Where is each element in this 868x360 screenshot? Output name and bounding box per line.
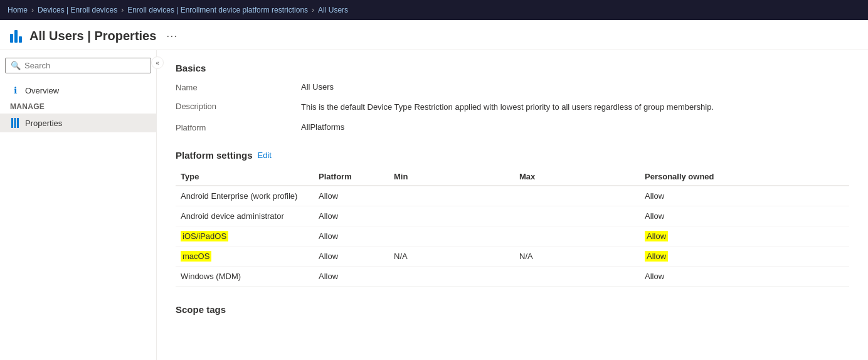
main-content: Basics Name All Users Description This i…: [157, 50, 868, 360]
cell-type: Windows (MDM): [176, 266, 314, 286]
basics-properties-grid: Name All Users Description This is the d…: [176, 82, 849, 132]
cell-platform: Allow: [314, 226, 389, 246]
logo-bar-2: [14, 30, 18, 43]
col-header-platform: Platform: [314, 168, 389, 186]
search-icon: 🔍: [11, 61, 21, 70]
info-icon: ℹ: [10, 85, 20, 95]
collapse-sidebar-button[interactable]: «: [151, 56, 164, 69]
platform-value: AllPlatforms: [301, 122, 849, 132]
search-input[interactable]: [24, 61, 146, 70]
cell-platform: Allow: [314, 186, 389, 206]
cell-platform: Allow: [314, 266, 389, 286]
cell-type: Android Enterprise (work profile): [176, 186, 314, 206]
description-value: This is the default Device Type Restrict…: [301, 101, 849, 114]
sidebar-item-overview[interactable]: ℹ Overview: [0, 81, 156, 100]
table-header-row: Type Platform Min Max Personally owned: [176, 168, 849, 186]
table-row: Android Enterprise (work profile) Allow …: [176, 186, 849, 206]
search-box[interactable]: 🔍: [5, 58, 151, 73]
breadcrumb-current: All Users: [318, 6, 348, 14]
cell-owned: Allow: [640, 186, 849, 206]
cell-platform: Allow: [314, 206, 389, 226]
cell-owned: Allow: [640, 226, 849, 246]
more-options-button[interactable]: ···: [166, 29, 177, 43]
name-label: Name: [176, 82, 301, 92]
highlighted-owned: Allow: [645, 231, 668, 241]
platform-settings-title: Platform settings: [176, 150, 253, 161]
highlighted-owned: Allow: [645, 251, 668, 262]
table-body: Android Enterprise (work profile) Allow …: [176, 186, 849, 287]
sidebar-item-properties[interactable]: Properties: [0, 114, 156, 132]
cell-max: [514, 226, 640, 246]
name-value: All Users: [301, 82, 849, 92]
page-title: All Users | Properties: [29, 29, 156, 43]
table-row: iOS/iPadOS Allow Allow: [176, 226, 849, 246]
cell-type: iOS/iPadOS: [176, 226, 314, 246]
breadcrumb: Home › Devices | Enroll devices › Enroll…: [8, 6, 348, 14]
cell-owned: Allow: [640, 206, 849, 226]
logo-bar-1: [10, 34, 13, 43]
platform-table: Type Platform Min Max Personally owned A…: [176, 168, 849, 287]
sidebar-item-overview-label: Overview: [25, 86, 59, 95]
col-header-min: Min: [389, 168, 514, 186]
table-row: Windows (MDM) Allow Allow: [176, 266, 849, 286]
cell-type: Android device administrator: [176, 206, 314, 226]
cell-max: [514, 186, 640, 206]
breadcrumb-home[interactable]: Home: [8, 6, 28, 14]
cell-min: N/A: [389, 246, 514, 266]
cell-min: [389, 266, 514, 286]
table-header: Type Platform Min Max Personally owned: [176, 168, 849, 186]
cell-platform: Allow: [314, 246, 389, 266]
page-header: All Users | Properties ···: [0, 20, 868, 50]
breadcrumb-enroll[interactable]: Enroll devices | Enrollment device platf…: [127, 6, 308, 14]
table-row: macOS Allow N/A N/A Allow: [176, 246, 849, 266]
logo-bar-3: [19, 36, 22, 43]
description-label: Description: [176, 101, 301, 114]
breadcrumb-devices[interactable]: Devices | Enroll devices: [38, 6, 117, 14]
platform-settings-header: Platform settings Edit: [176, 150, 849, 161]
cell-min: [389, 186, 514, 206]
cell-min: [389, 226, 514, 246]
basics-section-title: Basics: [176, 63, 849, 73]
sidebar: 🔍 « ℹ Overview Manage Properties: [0, 50, 157, 360]
edit-link[interactable]: Edit: [258, 151, 272, 160]
manage-section-label: Manage: [0, 100, 156, 114]
platform-label: Platform: [176, 122, 301, 132]
cell-owned: Allow: [640, 266, 849, 286]
sidebar-item-properties-label: Properties: [25, 119, 62, 128]
body-layout: 🔍 « ℹ Overview Manage Properties: [0, 50, 868, 360]
cell-min: [389, 206, 514, 226]
cell-max: N/A: [514, 246, 640, 266]
col-header-max: Max: [514, 168, 640, 186]
cell-max: [514, 206, 640, 226]
highlighted-type: iOS/iPadOS: [181, 231, 228, 241]
page-wrapper: All Users | Properties ··· 🔍 « ℹ Overvie…: [0, 20, 868, 360]
svg-rect-2: [17, 118, 19, 128]
cell-max: [514, 266, 640, 286]
cell-type: macOS: [176, 246, 314, 266]
cell-owned: Allow: [640, 246, 849, 266]
scope-tags-title: Scope tags: [176, 304, 849, 315]
svg-rect-1: [14, 118, 16, 128]
svg-rect-0: [11, 118, 13, 128]
top-bar: Home › Devices | Enroll devices › Enroll…: [0, 0, 868, 20]
table-row: Android device administrator Allow Allow: [176, 206, 849, 226]
properties-icon: [10, 118, 20, 128]
highlighted-type: macOS: [181, 251, 211, 262]
col-header-type: Type: [176, 168, 314, 186]
col-header-owned: Personally owned: [640, 168, 849, 186]
app-logo: [10, 30, 22, 43]
